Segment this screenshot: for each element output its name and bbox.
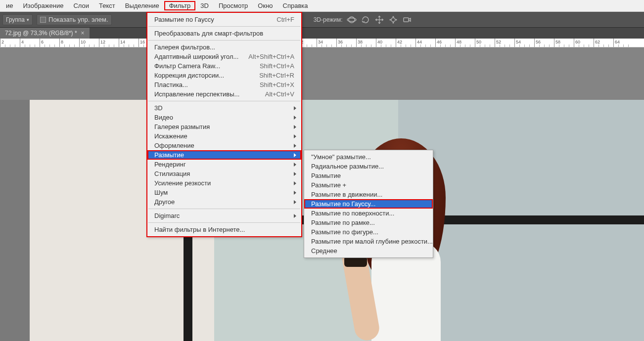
menu-item-label: Рендеринг	[154, 161, 294, 168]
filter-menu: Размытие по ГауссуCtrl+FПреобразовать дл…	[146, 12, 302, 237]
filter-menu-item[interactable]: Коррекция дисторсии...Shift+Ctrl+R	[147, 71, 301, 80]
group-dropdown[interactable]: Группа	[2, 14, 33, 25]
filter-menu-item[interactable]: Размытие	[147, 150, 301, 160]
filter-menu-item[interactable]: Рендеринг	[147, 160, 301, 169]
show-controls-label: Показать упр. элем.	[48, 16, 108, 23]
filter-menu-item[interactable]: Другое	[147, 197, 301, 207]
filter-menu-item[interactable]: Оформление	[147, 141, 301, 150]
menu-item-label: Искажение	[154, 132, 294, 140]
blur-submenu-item[interactable]: Размытие +	[304, 180, 433, 190]
camera-icon[interactable]	[402, 15, 412, 25]
blur-submenu-item[interactable]: Размытие	[304, 171, 433, 180]
menu-item-3d[interactable]: 3D	[195, 1, 214, 10]
show-controls-checkbox[interactable]: Показать упр. элем.	[37, 14, 112, 25]
menu-item-выделение[interactable]: Выделение	[120, 1, 164, 10]
menu-item-label: Размытие по поверхности...	[311, 210, 426, 217]
orbit-icon[interactable]	[347, 15, 357, 25]
filter-menu-item[interactable]: Адаптивный широкий угол...Alt+Shift+Ctrl…	[147, 52, 301, 61]
filter-menu-item[interactable]: Шум	[147, 188, 301, 197]
filter-menu-item[interactable]: Исправление перспективы...Alt+Ctrl+V	[147, 89, 301, 99]
menu-item-label: Стилизация	[154, 170, 294, 177]
menu-item-label: Коррекция дисторсии...	[154, 72, 249, 79]
menu-item-label: Digimarc	[154, 212, 294, 219]
menu-separator	[148, 209, 300, 209]
menu-item-shortcut: Alt+Shift+Ctrl+A	[248, 53, 294, 60]
menu-separator	[148, 26, 300, 27]
menu-item-ие[interactable]: ие	[1, 1, 18, 10]
menu-item-слои[interactable]: Слои	[68, 1, 94, 10]
filter-menu-item[interactable]: Искажение	[147, 131, 301, 141]
document-tab-title: 72.jpg @ 73,3% (RGB/8*) *	[5, 30, 77, 37]
filter-menu-item[interactable]: Пластика...Shift+Ctrl+X	[147, 80, 301, 89]
menu-item-label: Найти фильтры в Интернете...	[154, 226, 294, 233]
menu-item-справка[interactable]: Справка	[278, 1, 313, 10]
menu-item-label: Галерея фильтров...	[154, 43, 294, 51]
horizontal-ruler: 2468101214161820222426283032343638404244…	[0, 39, 644, 47]
svg-point-6	[395, 19, 397, 20]
menu-item-label: Адаптивный широкий угол...	[154, 53, 238, 60]
menu-item-shortcut: Shift+Ctrl+X	[260, 81, 294, 88]
menu-item-label: Размытие по Гауссу	[154, 16, 267, 23]
filter-menu-item[interactable]: 3D	[147, 103, 301, 113]
scale-icon[interactable]	[388, 15, 398, 25]
svg-point-5	[389, 19, 391, 20]
align-left-icon[interactable]	[116, 14, 127, 25]
menu-item-окно[interactable]: Окно	[253, 1, 277, 10]
menu-item-label: Видео	[154, 114, 294, 121]
rotate-icon[interactable]	[361, 15, 370, 25]
document-tab-strip: 72.jpg @ 73,3% (RGB/8*) * ×	[0, 28, 644, 39]
menu-item-label: Размытие	[311, 172, 426, 179]
svg-rect-7	[404, 18, 409, 22]
menu-item-текст[interactable]: Текст	[94, 1, 120, 10]
menu-separator	[148, 101, 300, 101]
blur-submenu-item[interactable]: Среднее	[304, 246, 433, 256]
menu-item-label: Галерея размытия	[154, 123, 294, 130]
menu-item-shortcut: Alt+Ctrl+V	[265, 90, 294, 98]
menu-item-label: Другое	[154, 198, 294, 206]
close-icon[interactable]: ×	[81, 30, 85, 37]
filter-menu-item[interactable]: Галерея фильтров...	[147, 43, 301, 52]
blur-submenu-item[interactable]: Радиальное размытие...	[304, 162, 433, 171]
blur-submenu-item[interactable]: Размытие по фигуре...	[304, 227, 433, 237]
menu-item-label: "Умное" размытие...	[311, 153, 426, 161]
checkbox-icon	[40, 17, 46, 23]
filter-menu-item[interactable]: Усиление резкости	[147, 178, 301, 188]
menu-item-label: Размытие при малой глубине резкости...	[311, 238, 433, 245]
menu-item-label: Преобразовать для смарт-фильтров	[154, 30, 294, 37]
canvas-pasteboard	[0, 47, 644, 100]
blur-submenu-item[interactable]: Размытие в движении...	[304, 190, 433, 199]
filter-menu-item[interactable]: Стилизация	[147, 169, 301, 178]
menu-item-label: Размытие	[154, 151, 294, 159]
filter-menu-item[interactable]: Видео	[147, 113, 301, 122]
document-tab[interactable]: 72.jpg @ 73,3% (RGB/8*) * ×	[0, 28, 90, 39]
menu-item-изображение[interactable]: Изображение	[18, 1, 69, 10]
menu-separator	[148, 40, 300, 41]
filter-menu-item[interactable]: Фильтр Camera Raw...Shift+Ctrl+A	[147, 61, 301, 71]
menu-item-label: Размытие в движении...	[311, 191, 426, 198]
menu-item-просмотр[interactable]: Просмотр	[214, 1, 253, 10]
mode-3d-segment: 3D-режим:	[314, 15, 412, 25]
main-menu-bar: иеИзображениеСлоиТекстВыделениеФильтр3DП…	[0, 0, 644, 12]
menu-item-label: Исправление перспективы...	[154, 90, 255, 98]
filter-menu-item[interactable]: Размытие по ГауссуCtrl+F	[147, 15, 301, 24]
move-icon[interactable]	[374, 15, 384, 25]
blur-submenu-item[interactable]: Размытие по рамке...	[304, 218, 433, 227]
blur-submenu-item[interactable]: "Умное" размытие...	[304, 152, 433, 162]
filter-menu-item[interactable]: Найти фильтры в Интернете...	[147, 225, 301, 234]
filter-menu-item[interactable]: Преобразовать для смарт-фильтров	[147, 29, 301, 38]
menu-item-label: Размытие +	[311, 181, 426, 189]
svg-point-3	[392, 16, 394, 17]
filter-menu-item[interactable]: Галерея размытия	[147, 122, 301, 131]
blur-submenu-item[interactable]: Размытие по поверхности...	[304, 209, 433, 218]
menu-item-label: Размытие по Гауссу...	[311, 200, 426, 208]
blur-submenu-item[interactable]: Размытие по Гауссу...	[304, 199, 433, 209]
align-center-icon[interactable]	[128, 14, 138, 25]
menu-item-фильтр[interactable]: Фильтр	[164, 1, 196, 10]
menu-item-label: 3D	[154, 104, 294, 112]
menu-item-label: Фильтр Camera Raw...	[154, 62, 250, 70]
blur-submenu-item[interactable]: Размытие при малой глубине резкости...	[304, 237, 433, 246]
menu-item-label: Размытие по рамке...	[311, 219, 426, 226]
menu-item-label: Среднее	[311, 247, 426, 255]
filter-menu-item[interactable]: Digimarc	[147, 211, 301, 220]
menu-item-label: Шум	[154, 189, 294, 196]
